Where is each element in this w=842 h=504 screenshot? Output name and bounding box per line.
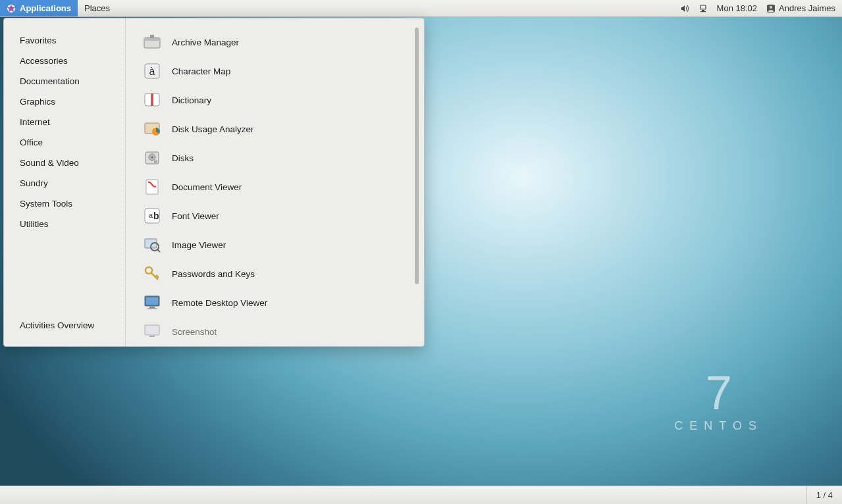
app-label: Font Viewer xyxy=(172,211,219,221)
category-office[interactable]: Office xyxy=(4,132,125,153)
places-menu-button[interactable]: Places xyxy=(78,0,117,16)
menu-scrollbar[interactable] xyxy=(415,28,419,284)
category-utilities[interactable]: Utilities xyxy=(4,214,125,234)
volume-icon[interactable] xyxy=(680,4,689,13)
keys-icon xyxy=(142,263,163,284)
category-favorites[interactable]: Favorites xyxy=(4,30,125,51)
category-accessories[interactable]: Accessories xyxy=(4,51,125,71)
archive-icon xyxy=(142,32,163,53)
app-label: Document Viewer xyxy=(172,182,242,192)
app-dictionary[interactable]: Dictionary xyxy=(132,86,424,114)
app-label: Image Viewer xyxy=(172,240,226,250)
category-system-tools[interactable]: System Tools xyxy=(4,193,125,214)
menu-app-list: Archive Manager à Character Map Dictiona… xyxy=(126,18,424,346)
app-label: Passwords and Keys xyxy=(172,269,255,279)
category-sound-video[interactable]: Sound & Video xyxy=(4,153,125,173)
app-archive-manager[interactable]: Archive Manager xyxy=(132,28,424,57)
user-icon xyxy=(766,4,776,13)
wallpaper-branding: 7 CENTOS xyxy=(674,369,763,433)
app-label: Disks xyxy=(172,153,194,163)
app-remote-desktop[interactable]: Remote Desktop Viewer xyxy=(132,288,424,317)
top-panel: Applications Places Mon 18:02 Andres Jai… xyxy=(0,0,842,17)
app-disk-usage[interactable]: Disk Usage Analyzer xyxy=(132,114,424,143)
panel-status-area: Mon 18:02 Andres Jaimes xyxy=(680,3,842,13)
svg-line-23 xyxy=(157,249,160,252)
app-label: Dictionary xyxy=(172,95,211,105)
app-label: Disk Usage Analyzer xyxy=(172,124,254,134)
svg-rect-28 xyxy=(147,308,157,309)
network-icon[interactable] xyxy=(698,4,708,13)
bottom-panel: 1 / 4 xyxy=(0,486,842,504)
svg-rect-2 xyxy=(702,10,704,11)
distro-version: 7 xyxy=(674,369,763,416)
applications-menu-popup: Favorites Accessories Documentation Grap… xyxy=(3,18,425,347)
dictionary-icon xyxy=(142,89,163,111)
svg-text:a: a xyxy=(149,211,153,219)
document-viewer-icon xyxy=(142,176,163,197)
workspace-indicator[interactable]: 1 / 4 xyxy=(806,486,842,504)
clock-text: Mon 18:02 xyxy=(717,3,757,13)
applications-menu-button[interactable]: Applications xyxy=(0,0,78,16)
svg-rect-29 xyxy=(145,325,159,335)
svg-rect-1 xyxy=(700,5,706,9)
app-screenshot[interactable]: Screenshot xyxy=(132,317,424,346)
svg-text:à: à xyxy=(149,66,155,77)
app-label: Character Map xyxy=(172,66,230,76)
svg-rect-30 xyxy=(149,336,155,337)
remote-desktop-icon xyxy=(142,292,163,313)
username-text: Andres Jaimes xyxy=(779,3,835,13)
svg-point-5 xyxy=(770,6,772,9)
applications-label: Applications xyxy=(20,3,71,13)
menu-categories: Favorites Accessories Documentation Grap… xyxy=(4,18,126,346)
distro-icon xyxy=(7,4,16,13)
app-font-viewer[interactable]: ab Font Viewer xyxy=(132,201,424,230)
charmap-icon: à xyxy=(142,61,163,82)
svg-rect-16 xyxy=(154,161,157,163)
clock[interactable]: Mon 18:02 xyxy=(717,3,757,13)
app-label: Remote Desktop Viewer xyxy=(172,298,267,308)
category-sundry[interactable]: Sundry xyxy=(4,173,125,193)
svg-rect-3 xyxy=(700,11,706,12)
workspace-text: 1 / 4 xyxy=(816,490,833,500)
app-passwords-keys[interactable]: Passwords and Keys xyxy=(132,259,424,288)
screenshot-icon xyxy=(142,321,163,342)
app-disks[interactable]: Disks xyxy=(132,143,424,172)
disk-usage-icon xyxy=(142,118,163,139)
user-menu[interactable]: Andres Jaimes xyxy=(766,3,835,13)
category-documentation[interactable]: Documentation xyxy=(4,71,125,91)
category-internet[interactable]: Internet xyxy=(4,112,125,132)
activities-overview-button[interactable]: Activities Overview xyxy=(4,314,125,338)
svg-rect-8 xyxy=(150,35,154,38)
distro-name: CENTOS xyxy=(674,419,763,433)
places-label: Places xyxy=(84,3,110,13)
disks-icon xyxy=(142,147,163,168)
svg-rect-26 xyxy=(146,297,158,305)
app-image-viewer[interactable]: Image Viewer xyxy=(132,230,424,259)
svg-rect-27 xyxy=(149,307,155,308)
app-character-map[interactable]: à Character Map xyxy=(132,57,424,86)
font-viewer-icon: ab xyxy=(142,205,163,226)
app-label: Screenshot xyxy=(172,327,217,337)
app-label: Archive Manager xyxy=(172,38,239,47)
svg-text:b: b xyxy=(153,211,159,221)
image-viewer-icon xyxy=(142,234,163,255)
app-document-viewer[interactable]: Document Viewer xyxy=(132,172,424,201)
svg-point-15 xyxy=(151,157,153,159)
category-graphics[interactable]: Graphics xyxy=(4,91,125,112)
